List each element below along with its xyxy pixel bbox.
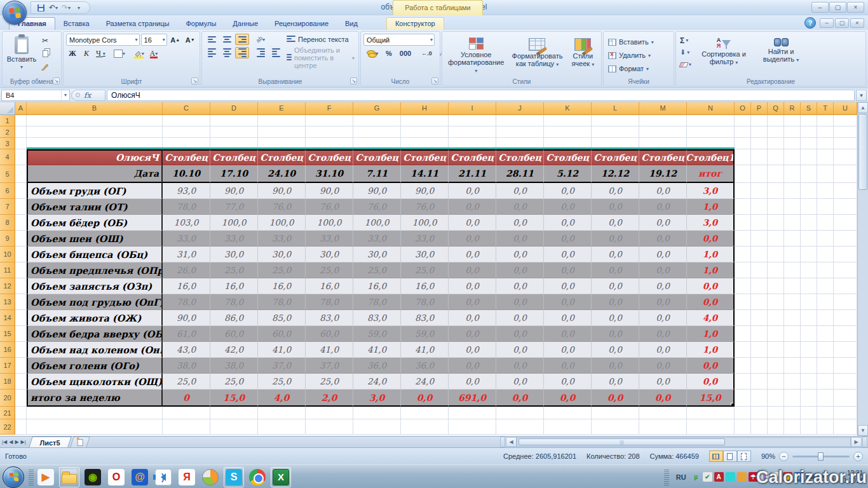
cell-L18[interactable]: 0,0: [592, 374, 639, 390]
delete-cells-button[interactable]: Удалить▾: [606, 50, 671, 61]
cell-D8[interactable]: 100,0: [210, 215, 258, 231]
format-painter-button[interactable]: [38, 60, 52, 72]
cell-S13[interactable]: [801, 294, 817, 310]
row-header-13[interactable]: 13: [0, 294, 15, 310]
cut-button[interactable]: ✂: [38, 35, 52, 46]
cell-M21[interactable]: [639, 407, 687, 419]
cell-U11[interactable]: [834, 262, 857, 278]
column-header-P[interactable]: P: [751, 102, 768, 115]
cell-T7[interactable]: [817, 199, 834, 215]
cell-I6[interactable]: 0,0: [449, 183, 496, 199]
cell-L9[interactable]: 0,0: [592, 231, 639, 247]
tab-Формулы[interactable]: Формулы: [177, 18, 224, 30]
zoom-slider-thumb[interactable]: [818, 452, 824, 461]
cell-L21[interactable]: [592, 407, 639, 419]
cell-O13[interactable]: [735, 294, 751, 310]
cell-B7[interactable]: Объем талии (ОТ): [27, 199, 163, 215]
cell-E6[interactable]: 90,0: [258, 183, 306, 199]
cell-P16[interactable]: [751, 342, 768, 358]
column-header-Q[interactable]: Q: [768, 102, 784, 115]
row-header-14[interactable]: 14: [0, 310, 15, 326]
cell-A2[interactable]: [15, 126, 27, 138]
cell-F3[interactable]: [306, 138, 353, 149]
cell-E18[interactable]: 25,0: [258, 374, 306, 390]
cell-T8[interactable]: [817, 215, 834, 231]
cell-C17[interactable]: 38,0: [163, 358, 210, 374]
cell-U15[interactable]: [834, 326, 857, 342]
cell-M17[interactable]: 0,0: [639, 358, 687, 374]
cell-B13[interactable]: Объем под грудью (ОпГ): [27, 294, 163, 310]
cell-S10[interactable]: [801, 247, 817, 262]
cell-N6[interactable]: 3,0: [687, 183, 735, 199]
jar-app-tray-icon[interactable]: [737, 472, 747, 482]
cell-M8[interactable]: 0,0: [639, 215, 687, 231]
cell-N2[interactable]: [687, 126, 735, 138]
cell-L10[interactable]: 0,0: [592, 247, 639, 262]
cell-G20[interactable]: 3,0: [353, 390, 401, 407]
cell-H2[interactable]: [401, 126, 449, 138]
merge-center-button[interactable]: Объединить и поместить в центре▾: [285, 46, 356, 70]
name-box[interactable]: B4▾: [1, 90, 70, 101]
cell-R7[interactable]: [784, 199, 801, 215]
cell-M6[interactable]: 0,0: [639, 183, 687, 199]
cell-E1[interactable]: [258, 115, 306, 126]
font-size-combo[interactable]: 16▾: [141, 34, 167, 46]
customize-qat-button[interactable]: ▾: [73, 3, 85, 13]
page-break-view-button[interactable]: [737, 451, 751, 462]
scroll-right-button[interactable]: ▶: [851, 437, 862, 447]
cell-N11[interactable]: 1,0: [687, 262, 735, 278]
column-header-L[interactable]: L: [592, 102, 639, 115]
start-button[interactable]: [3, 466, 24, 488]
cell-D2[interactable]: [210, 126, 258, 138]
cell-B17[interactable]: Объем голени (ОГо): [27, 358, 163, 374]
cell-I17[interactable]: 0,0: [449, 358, 496, 374]
cell-R20[interactable]: [784, 390, 801, 407]
cell-F8[interactable]: 100,0: [306, 215, 353, 231]
cell-I20[interactable]: 691,0: [449, 390, 496, 407]
cell-E21[interactable]: [258, 407, 306, 419]
cell-O17[interactable]: [735, 358, 751, 374]
row-header-11[interactable]: 11: [0, 262, 15, 278]
cell-G1[interactable]: [353, 115, 401, 126]
font-name-combo[interactable]: Monotype Cors▾: [66, 34, 140, 46]
explorer-folder-icon[interactable]: [59, 467, 79, 487]
cell-B22[interactable]: [27, 419, 163, 435]
cell-P4[interactable]: [751, 149, 768, 165]
cell-M14[interactable]: 0,0: [639, 310, 687, 326]
cell-M3[interactable]: [639, 138, 687, 149]
percent-style-button[interactable]: %: [383, 48, 395, 59]
cell-I9[interactable]: 0,0: [449, 231, 496, 247]
tab-split-handle[interactable]: [500, 437, 505, 447]
date-cell-12[interactable]: итог: [687, 165, 735, 183]
cell-O4[interactable]: [735, 149, 751, 165]
cell-S17[interactable]: [801, 358, 817, 374]
cell-G18[interactable]: 24,0: [353, 374, 401, 390]
cell-D3[interactable]: [210, 138, 258, 149]
cell-U12[interactable]: [834, 278, 857, 294]
horizontal-scroll-thumb[interactable]: [519, 438, 725, 445]
cell-D14[interactable]: 86,0: [210, 310, 258, 326]
cell-K7[interactable]: 0,0: [544, 199, 592, 215]
cell-G14[interactable]: 83,0: [353, 310, 401, 326]
cell-U20[interactable]: [834, 390, 857, 407]
cell-L14[interactable]: 0,0: [592, 310, 639, 326]
cell-H16[interactable]: 41,0: [401, 342, 449, 358]
cell-L11[interactable]: 0,0: [592, 262, 639, 278]
cell-M9[interactable]: 0,0: [639, 231, 687, 247]
cell-R14[interactable]: [784, 310, 801, 326]
italic-button[interactable]: К: [80, 48, 93, 60]
cell-R10[interactable]: [784, 247, 801, 262]
cell-J12[interactable]: 0,0: [496, 278, 544, 294]
cell-E13[interactable]: 78,0: [258, 294, 306, 310]
cell-N16[interactable]: 1,0: [687, 342, 735, 358]
cell-K3[interactable]: [544, 138, 592, 149]
cell-S3[interactable]: [801, 138, 817, 149]
cell-F9[interactable]: 33,0: [306, 231, 353, 247]
cell-K1[interactable]: [544, 115, 592, 126]
vertical-scrollbar[interactable]: ▲ ▼: [857, 102, 868, 436]
formula-input[interactable]: ОлюсяЧ: [107, 90, 855, 101]
cell-K18[interactable]: 0,0: [544, 374, 592, 390]
row-header-20[interactable]: 20: [0, 390, 15, 407]
yandex-icon[interactable]: Я: [177, 467, 197, 487]
cell-S5[interactable]: [801, 165, 817, 183]
